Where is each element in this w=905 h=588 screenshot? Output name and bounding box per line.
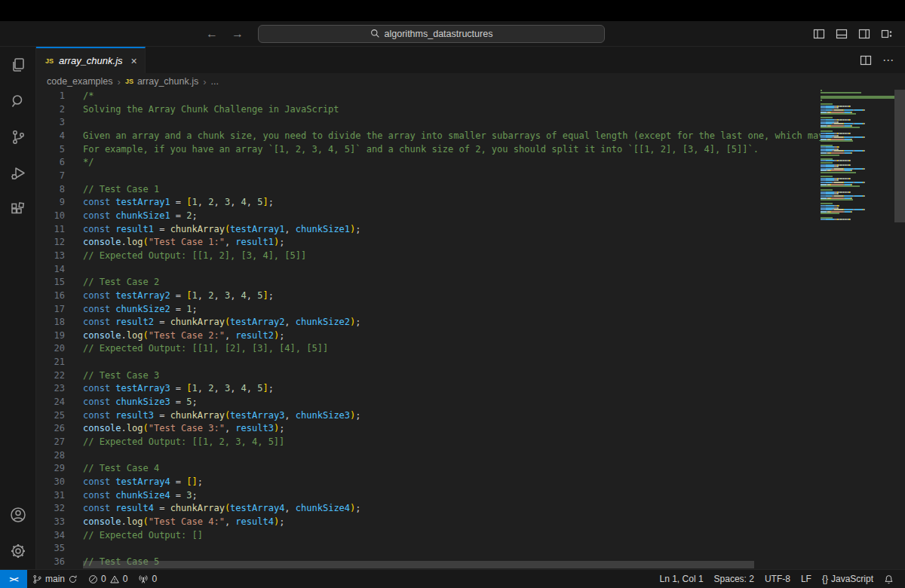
problems-status[interactable]: 0 0	[83, 570, 133, 588]
horizontal-scrollbar[interactable]	[83, 561, 754, 568]
tab-bar: JS array_chunk.js × ⋯	[36, 47, 905, 73]
warnings-count: 0	[123, 574, 128, 584]
code-line[interactable]: 1/*	[36, 90, 821, 103]
code-text: const chunkSize4 = 3;	[65, 489, 198, 503]
code-line[interactable]: 17const chunkSize2 = 1;	[36, 303, 821, 317]
code-line[interactable]: 18const result2 = chunkArray(testArray2,…	[36, 316, 821, 329]
code-line[interactable]: 7	[36, 170, 821, 183]
source-control-icon	[9, 128, 27, 146]
javascript-file-icon: JS	[45, 57, 54, 65]
code-line[interactable]: 30const testArray4 = [];	[36, 476, 821, 489]
tab-close-icon[interactable]: ×	[131, 55, 137, 67]
code-line[interactable]: 27// Expected Output: [[1, 2, 3, 4, 5]]	[36, 436, 821, 449]
code-text: console.log("Test Case 3:", result3);	[65, 422, 284, 436]
command-center-search[interactable]: algorithms_datastructures	[258, 25, 605, 43]
breadcrumb-file[interactable]: array_chunk.js	[137, 76, 198, 87]
eol-status[interactable]: LF	[796, 570, 817, 588]
vscode-window: ← → algorithms_datastructures	[0, 0, 905, 588]
sidebar-item-search[interactable]	[0, 83, 36, 119]
breadcrumb-folder[interactable]: code_examples	[47, 76, 113, 87]
code-text: console.log("Test Case 4:", result4);	[65, 516, 284, 529]
line-number: 8	[36, 183, 65, 197]
toggle-primary-sidebar-icon[interactable]	[813, 28, 825, 40]
accounts-button[interactable]	[0, 497, 36, 533]
code-text: const result2 = chunkArray(testArray2, c…	[65, 316, 361, 329]
remote-icon: ><	[9, 574, 17, 584]
code-line[interactable]: 3	[36, 116, 821, 130]
customize-layout-icon[interactable]	[881, 28, 893, 40]
code-line[interactable]: 34// Expected Output: []	[36, 529, 821, 543]
code-line[interactable]: 24const chunkSize3 = 5;	[36, 396, 821, 409]
code-line[interactable]: 20// Expected Output: [[1], [2], [3], [4…	[36, 342, 821, 356]
code-text	[65, 356, 83, 369]
notifications-button[interactable]	[879, 570, 899, 588]
code-line[interactable]: 28	[36, 449, 821, 463]
code-text: // Expected Output: [[1], [2], [3], [4],…	[65, 342, 328, 356]
code-line[interactable]: 8// Test Case 1	[36, 183, 821, 197]
code-line[interactable]: 29// Test Case 4	[36, 462, 821, 476]
navigate-back-icon[interactable]: ←	[199, 27, 225, 41]
sidebar-item-extensions[interactable]	[0, 191, 36, 228]
language-mode[interactable]: {} JavaScript	[817, 570, 879, 588]
code-line[interactable]: 13// Expected Output: [[1, 2], [3, 4], […	[36, 250, 821, 263]
code-text: const testArray4 = [];	[65, 476, 203, 489]
line-number: 11	[36, 223, 65, 237]
code-line[interactable]: 11const result1 = chunkArray(testArray1,…	[36, 223, 821, 237]
code-text	[65, 116, 83, 130]
code-line[interactable]: 21	[36, 356, 821, 369]
minimap[interactable]	[821, 90, 894, 569]
code-line[interactable]: 22// Test Case 3	[36, 369, 821, 383]
code-line[interactable]: 32const result4 = chunkArray(testArray4,…	[36, 502, 821, 516]
code-line[interactable]: 9const testArray1 = [1, 2, 3, 4, 5];	[36, 196, 821, 210]
code-line[interactable]: 19console.log("Test Case 2:", result2);	[36, 329, 821, 343]
chevron-right-icon: ›	[203, 76, 206, 87]
line-number: 34	[36, 529, 65, 543]
breadcrumb-symbol[interactable]: ...	[211, 76, 219, 87]
sidebar-item-source-control[interactable]	[0, 119, 36, 155]
code-line[interactable]: 15// Test Case 2	[36, 276, 821, 289]
code-line[interactable]: 2Solving the Array Chunk Challenge in Ja…	[36, 103, 821, 117]
code-line[interactable]: 25const result3 = chunkArray(testArray3,…	[36, 409, 821, 423]
code-line[interactable]: 16const testArray2 = [1, 2, 3, 4, 5];	[36, 289, 821, 303]
line-number: 1	[36, 90, 65, 103]
line-number: 33	[36, 516, 65, 529]
line-number: 10	[36, 210, 65, 223]
sidebar-item-run-debug[interactable]	[0, 155, 36, 191]
branch-status[interactable]: main	[27, 570, 83, 588]
ports-status[interactable]: 0	[133, 570, 162, 588]
code-line[interactable]: 31const chunkSize4 = 3;	[36, 489, 821, 503]
settings-button[interactable]	[0, 533, 36, 569]
line-number: 30	[36, 476, 65, 489]
cursor-position[interactable]: Ln 1, Col 1	[655, 570, 709, 588]
line-number: 6	[36, 156, 65, 170]
line-number: 7	[36, 170, 65, 183]
remote-indicator[interactable]: ><	[0, 570, 27, 588]
code-line[interactable]: 12console.log("Test Case 1:", result1);	[36, 236, 821, 250]
tab-array-chunk-js[interactable]: JS array_chunk.js ×	[36, 47, 146, 73]
code-area[interactable]: 1/*2Solving the Array Chunk Challenge in…	[36, 90, 821, 569]
code-text: // Test Case 3	[65, 369, 159, 383]
code-line[interactable]: 4Given an array and a chunk size, you ne…	[36, 130, 821, 143]
code-line[interactable]: 5For example, if you have an array `[1, …	[36, 143, 821, 157]
toggle-panel-icon[interactable]	[836, 28, 848, 40]
eol-label: LF	[801, 574, 811, 584]
encoding-status[interactable]: UTF-8	[759, 570, 796, 588]
code-line[interactable]: 26console.log("Test Case 3:", result3);	[36, 422, 821, 436]
code-text: const chunkSize3 = 5;	[65, 396, 198, 409]
code-line[interactable]: 14	[36, 263, 821, 277]
code-line[interactable]: 35	[36, 542, 821, 556]
indentation-status[interactable]: Spaces: 2	[709, 570, 759, 588]
vertical-scrollbar[interactable]	[894, 90, 905, 222]
code-text: // Expected Output: [[1, 2], [3, 4], [5]…	[65, 250, 306, 263]
code-line[interactable]: 10const chunkSize1 = 2;	[36, 210, 821, 223]
code-line[interactable]: 23const testArray3 = [1, 2, 3, 4, 5];	[36, 382, 821, 396]
editor-actions-more-icon[interactable]: ⋯	[882, 54, 894, 67]
split-editor-icon[interactable]	[860, 54, 872, 66]
line-number: 28	[36, 449, 65, 463]
code-line[interactable]: 6*/	[36, 156, 821, 170]
code-line[interactable]: 33console.log("Test Case 4:", result4);	[36, 516, 821, 529]
sidebar-item-explorer[interactable]	[0, 47, 36, 83]
accounts-icon	[9, 506, 27, 524]
toggle-secondary-sidebar-icon[interactable]	[858, 28, 870, 40]
navigate-forward-icon[interactable]: →	[225, 27, 250, 41]
